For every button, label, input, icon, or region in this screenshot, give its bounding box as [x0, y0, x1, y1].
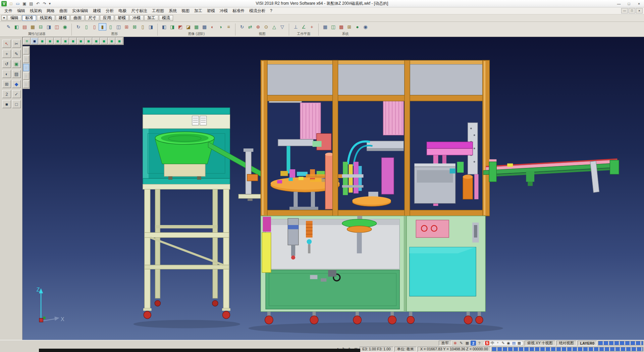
- view-up-icon[interactable]: △: [270, 23, 278, 31]
- view-cube-iso2-icon[interactable]: ■: [93, 38, 100, 44]
- monitor-icon[interactable]: ◫: [329, 23, 337, 31]
- restore-button[interactable]: □: [624, 0, 634, 7]
- viewport-menu-icon[interactable]: ≡: [23, 38, 31, 44]
- shaded-edges-icon[interactable]: ▯: [107, 23, 114, 31]
- keyboard-icon[interactable]: ▤: [512, 341, 516, 346]
- layer-filter-icon[interactable]: ▤: [21, 23, 29, 31]
- toolbar-tab[interactable]: 线架构: [37, 15, 55, 21]
- menu-item[interactable]: 建模: [91, 7, 103, 14]
- doc-page-icon-3[interactable]: ▯: [23, 64, 29, 71]
- menu-item[interactable]: 冲模: [217, 7, 230, 14]
- menu-item[interactable]: 曲面: [57, 7, 70, 14]
- toolbar-tab[interactable]: 尺寸: [85, 15, 99, 21]
- menu-item[interactable]: 标准件: [230, 7, 247, 14]
- image-half2-icon[interactable]: ◑: [217, 23, 224, 31]
- doc-page-icon-1[interactable]: ▯: [23, 47, 29, 54]
- units-indicator[interactable]: 单位: 毫米: [394, 347, 417, 352]
- close-button[interactable]: ×: [634, 0, 644, 7]
- snap-settings-icon[interactable]: ●: [354, 23, 361, 31]
- image-right-icon[interactable]: ◨: [168, 23, 176, 31]
- doc-page-icon-2[interactable]: ▯: [23, 55, 29, 63]
- entity-db-icon[interactable]: ⊞: [123, 23, 130, 31]
- layers-icon[interactable]: ▤: [12, 70, 21, 78]
- image-grid-icon[interactable]: ▦: [193, 23, 200, 31]
- view-cube-axono-icon[interactable]: ■: [116, 38, 123, 44]
- add-entity-icon[interactable]: +: [2, 50, 11, 58]
- options-icon[interactable]: ◉: [362, 23, 369, 31]
- workplane-xy-icon[interactable]: ⊥: [292, 23, 300, 31]
- menu-item[interactable]: 尺寸标注: [129, 7, 150, 14]
- point-icon[interactable]: ◆: [12, 80, 21, 88]
- shaded-icon[interactable]: ▮: [99, 23, 106, 31]
- view-cube-iso1-icon[interactable]: ■: [85, 38, 92, 44]
- grid-icon[interactable]: ⊞: [2, 80, 11, 88]
- redraw-icon[interactable]: ↻: [74, 23, 82, 31]
- color-table-icon[interactable]: ▦: [321, 23, 329, 31]
- image-half-icon[interactable]: ◐: [209, 23, 216, 31]
- zoom-in-icon[interactable]: ⊕: [254, 23, 262, 31]
- doc-page-icon-4[interactable]: ▯: [23, 72, 29, 80]
- render-icon[interactable]: ◨: [147, 23, 155, 31]
- toolbox-icon[interactable]: ▦: [517, 341, 522, 346]
- filter-settings-icon[interactable]: ◉: [61, 23, 69, 31]
- chinese-mode-icon[interactable]: 中: [490, 341, 495, 346]
- toolbar-tab[interactable]: 冲模: [129, 15, 144, 21]
- toolbar-tab[interactable]: 编辑: [7, 15, 21, 21]
- layer-indicator[interactable]: LAYER0: [578, 341, 597, 346]
- hatch-settings-icon[interactable]: ▩: [337, 23, 345, 31]
- mdi-close-button[interactable]: ×: [636, 8, 643, 13]
- properties-icon[interactable]: ✎: [5, 23, 12, 31]
- shade-icon[interactable]: ◐: [2, 70, 11, 78]
- toolbar-tab[interactable]: 曲面: [70, 15, 85, 21]
- view-cube-bottom-icon[interactable]: ■: [77, 38, 85, 44]
- image-hatch-icon[interactable]: ▩: [201, 23, 208, 31]
- mdi-minimize-button[interactable]: —: [621, 8, 628, 13]
- redo-icon[interactable]: ↷: [42, 1, 48, 7]
- menu-item[interactable]: 塑模: [205, 7, 217, 14]
- menu-item[interactable]: 加工: [192, 7, 205, 14]
- type-filter-icon[interactable]: ▦: [29, 23, 37, 31]
- windows-taskbar-sliver[interactable]: [39, 349, 360, 352]
- menu-item[interactable]: 网格: [44, 7, 57, 14]
- trim-icon[interactable]: ✂: [12, 40, 21, 48]
- hidden-line-icon[interactable]: ▯: [91, 23, 98, 31]
- sketch-icon[interactable]: ✎: [12, 50, 21, 58]
- toolbar-tab[interactable]: 应用: [100, 15, 114, 21]
- visi-logo-icon[interactable]: V: [1, 1, 7, 6]
- zoom-extents-icon[interactable]: ⊙: [262, 23, 270, 31]
- two-icon[interactable]: 2: [471, 341, 476, 346]
- menu-item[interactable]: 视图: [179, 7, 192, 14]
- view-cube-left-icon[interactable]: ■: [54, 38, 61, 44]
- tab-caret-icon[interactable]: ▼: [1, 15, 7, 21]
- menu-item[interactable]: 实体编辑: [70, 7, 91, 14]
- absolute-view-indicator[interactable]: 绝对视图: [556, 341, 577, 346]
- new-file-icon[interactable]: □: [8, 1, 14, 7]
- pan-view-icon[interactable]: ⇄: [246, 23, 254, 31]
- snap-lock-indicator[interactable]: 拴牢: [439, 341, 451, 346]
- toolbar-tab[interactable]: 模流: [159, 15, 173, 21]
- view2-icon[interactable]: 2: [2, 90, 11, 98]
- menu-item[interactable]: 分析: [103, 7, 116, 14]
- grid-toggle-icon[interactable]: ▦: [465, 341, 470, 346]
- wireframe-icon[interactable]: ▯: [83, 23, 90, 31]
- view-down-icon[interactable]: ▽: [278, 23, 286, 31]
- help-icon[interactable]: ?: [477, 341, 482, 346]
- image-left-icon[interactable]: ◧: [160, 23, 168, 31]
- menu-item[interactable]: 电极: [116, 7, 129, 14]
- grid-settings-icon[interactable]: ⊞: [345, 23, 353, 31]
- toolbar-tab[interactable]: 塑模: [115, 15, 129, 21]
- menu-item[interactable]: 编辑: [15, 7, 28, 14]
- rotate-view-icon[interactable]: ↻: [238, 23, 246, 31]
- view-cube-iso3-icon[interactable]: ■: [100, 38, 108, 44]
- menu-item[interactable]: ?: [268, 7, 275, 14]
- toolbar-tab[interactable]: 加工: [144, 15, 158, 21]
- menu-item[interactable]: 线架构: [28, 7, 44, 14]
- view-cube-front-icon[interactable]: ■: [39, 38, 46, 44]
- cad-model-scene[interactable]: Z X: [22, 37, 644, 340]
- notes-icon[interactable]: ✎: [459, 341, 464, 346]
- workplane-angle-icon[interactable]: ∠: [300, 23, 308, 31]
- image-list-icon[interactable]: ≡: [225, 23, 232, 31]
- pointer-select-icon[interactable]: ↖: [2, 40, 11, 48]
- view-cube-top-icon[interactable]: ■: [69, 38, 77, 44]
- menu-item[interactable]: 工程图: [150, 7, 166, 14]
